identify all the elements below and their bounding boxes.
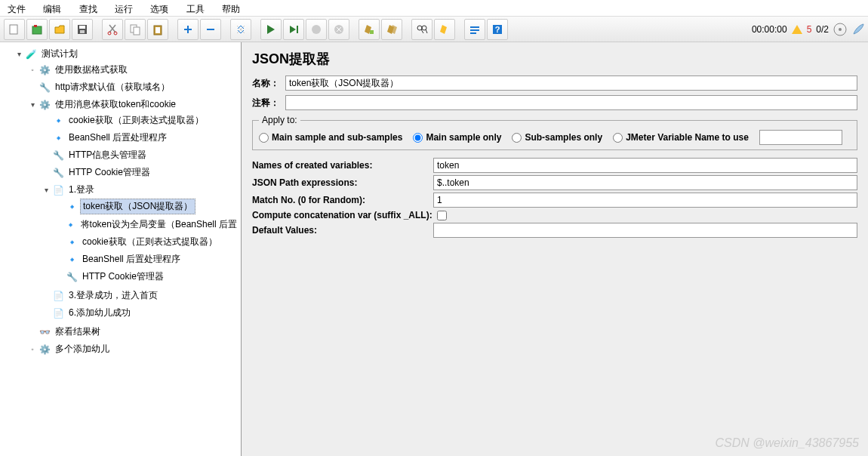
tree-item[interactable]: cookie获取（正则表达式提取器） (66, 113, 206, 128)
watermark: CSDN @weixin_43867955 (715, 436, 859, 450)
tree-item[interactable]: 将token设为全局变量（BeanShell 后置 (78, 217, 239, 232)
tree-item[interactable]: 使用消息体获取token和cookie (53, 97, 178, 112)
tree-item[interactable]: BeanShell 后置处理程序 (66, 131, 169, 145)
svg-point-24 (839, 28, 842, 31)
sampler-icon: 📄 (52, 290, 64, 302)
jsonpath-label: JSON Path expressions: (252, 177, 433, 188)
menu-options[interactable]: 选项 (143, 2, 176, 17)
apply-to-fieldset: Apply to: Main sample and sub-samples Ma… (252, 115, 857, 150)
radio-main-sub[interactable]: Main sample and sub-samples (259, 132, 402, 143)
templates-button[interactable] (26, 19, 48, 40)
extract-icon: 🔹 (66, 201, 78, 213)
open-button[interactable] (49, 19, 70, 40)
matchno-input[interactable] (433, 193, 857, 208)
tree-item[interactable]: 多个添加幼儿 (53, 342, 112, 356)
warning-icon[interactable] (792, 25, 802, 34)
radio-main-only[interactable]: Main sample only (413, 132, 501, 143)
extract-icon: 🔹 (52, 132, 64, 144)
extract-icon: 🔹 (52, 115, 64, 127)
jsonpath-input[interactable] (433, 175, 857, 190)
play-icon (267, 25, 275, 34)
apply-to-legend: Apply to: (259, 115, 300, 125)
svg-rect-0 (10, 25, 17, 34)
reset-search-button[interactable] (434, 19, 455, 40)
toggle-icon[interactable]: ▾ (42, 186, 50, 194)
tree-root[interactable]: 测试计划 (39, 47, 80, 61)
add-button[interactable] (177, 19, 199, 40)
extract-icon: 🔹 (65, 219, 76, 231)
gear-icon: ⚙️ (38, 99, 51, 111)
save-button[interactable] (72, 19, 93, 40)
svg-rect-12 (297, 26, 298, 33)
toggle-icon[interactable]: ◦ (29, 345, 36, 353)
concat-checkbox[interactable] (437, 211, 447, 220)
menu-bar: 文件 编辑 查找 运行 选项 工具 帮助 (0, 0, 868, 17)
search-button[interactable] (411, 19, 432, 40)
default-label: Default Values: (252, 225, 433, 236)
toggle-icon[interactable]: ▾ (29, 100, 36, 109)
name-input[interactable] (285, 75, 857, 91)
svg-rect-9 (134, 27, 140, 35)
tree-item[interactable]: BeanShell 后置处理程序 (80, 252, 183, 267)
run-button[interactable] (260, 19, 282, 40)
menu-help[interactable]: 帮助 (214, 2, 248, 17)
copy-button[interactable] (125, 19, 146, 40)
tree-panel[interactable]: ▾🧪测试计划 ◦⚙️使用数据格式获取 🔧http请求默认值（获取域名） ▾⚙️使… (0, 42, 242, 456)
clear-all-button[interactable] (381, 19, 402, 40)
clear-button[interactable] (359, 19, 380, 40)
remove-button[interactable] (200, 19, 221, 40)
tree-item[interactable]: 3.登录成功，进入首页 (66, 288, 160, 303)
toggle-icon[interactable]: ◦ (29, 66, 36, 74)
menu-edit[interactable]: 编辑 (35, 2, 69, 17)
extract-icon: 🔹 (66, 254, 78, 266)
vars-label: Names of created variables: (252, 160, 433, 171)
svg-rect-15 (370, 30, 374, 34)
tree-item[interactable]: 使用数据格式获取 (53, 63, 130, 77)
status-area: 00:00:00 5 0/2 (752, 23, 865, 36)
tree-item[interactable]: HTTP信息头管理器 (66, 148, 149, 162)
flask-icon: 🧪 (25, 48, 37, 60)
tree-item[interactable]: 察看结果树 (53, 325, 103, 339)
cut-button[interactable] (102, 19, 123, 40)
gear-icon: ⚙️ (38, 344, 51, 356)
tree-item[interactable]: 1.登录 (66, 183, 97, 197)
concat-label: Compute concatenation var (suffix _ALL): (252, 210, 432, 220)
toolbar: ? 00:00:00 5 0/2 (0, 17, 868, 42)
expand-button[interactable] (230, 19, 251, 40)
toggle-icon[interactable]: ▾ (15, 50, 23, 58)
svg-rect-2 (34, 25, 37, 27)
shutdown-button[interactable] (328, 19, 349, 40)
run-no-pause-button[interactable] (283, 19, 304, 40)
tree-item[interactable]: cookie获取（正则表达式提取器） (80, 235, 220, 249)
svg-rect-19 (470, 29, 479, 31)
svg-rect-11 (155, 27, 160, 33)
tree-item[interactable]: 6.添加幼儿成功 (66, 306, 133, 320)
radio-variable[interactable]: JMeter Variable Name to use (613, 132, 749, 143)
function-helper-button[interactable] (464, 19, 485, 40)
svg-rect-18 (470, 26, 479, 28)
tree-item[interactable]: http请求默认值（获取域名） (53, 80, 172, 94)
tree-item[interactable]: HTTP Cookie管理器 (80, 270, 166, 284)
comment-input[interactable] (285, 95, 857, 110)
name-label: 名称： (252, 77, 281, 90)
default-input[interactable] (433, 223, 857, 238)
menu-tools[interactable]: 工具 (179, 2, 212, 17)
menu-run[interactable]: 运行 (107, 2, 140, 17)
variable-name-input[interactable] (759, 130, 842, 145)
svg-rect-1 (32, 26, 42, 34)
paste-button[interactable] (147, 19, 168, 40)
panel-title: JSON提取器 (252, 50, 857, 68)
tree-item[interactable]: HTTP Cookie管理器 (66, 165, 152, 180)
tree-item-selected[interactable]: token获取（JSON提取器） (80, 199, 195, 214)
radio-sub-only[interactable]: Sub-samples only (512, 132, 602, 143)
help-button[interactable]: ? (487, 19, 508, 40)
menu-file[interactable]: 文件 (0, 2, 33, 17)
new-button[interactable] (4, 19, 25, 40)
config-icon: 🔧 (52, 149, 64, 162)
stop-button[interactable] (306, 19, 327, 40)
menu-search[interactable]: 查找 (72, 2, 105, 17)
config-icon: 🔧 (66, 271, 78, 283)
editor-panel: JSON提取器 名称： 注释： Apply to: Main sample an… (242, 42, 868, 456)
svg-rect-4 (79, 26, 85, 29)
vars-input[interactable] (433, 158, 857, 173)
